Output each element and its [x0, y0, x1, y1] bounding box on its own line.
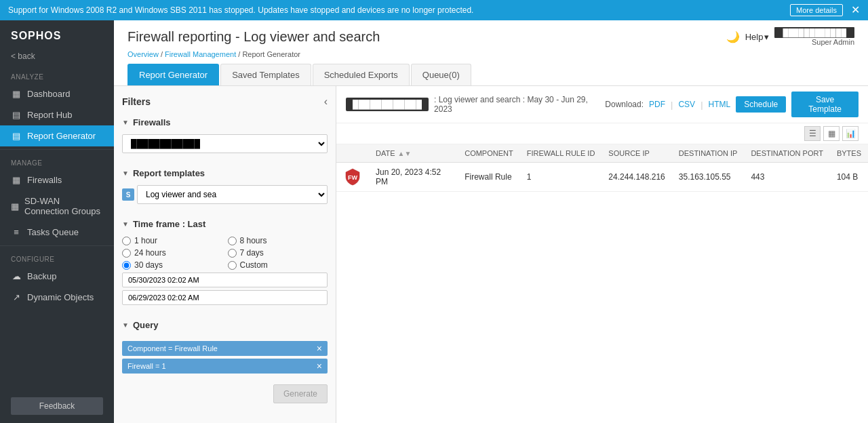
firewalls-section-header[interactable]: ▼ Firewalls — [114, 113, 336, 132]
view-chart-button[interactable]: 📊 — [842, 126, 859, 141]
sidebar-item-label: Tasks Queue — [27, 227, 79, 237]
time-7days-radio[interactable] — [228, 249, 237, 258]
time-1hour-label: 1 hour — [134, 236, 157, 245]
sidebar-item-label: Report Generator — [27, 131, 96, 141]
sidebar-back-button[interactable]: < back — [0, 49, 114, 66]
help-label: Help — [745, 32, 764, 42]
download-csv-link[interactable]: CSV — [678, 100, 695, 109]
time-7days-option[interactable]: 7 days — [228, 248, 328, 258]
sidebar-item-firewalls[interactable]: ▦ Firewalls — [0, 169, 114, 190]
query-tag-firewall-remove[interactable]: × — [317, 361, 322, 371]
col-destination-port: DESTINATION PORT — [744, 144, 830, 163]
time-8hours-option[interactable]: 8 hours — [228, 236, 328, 245]
results-subtitle: : Log viewer and search : May 30 - Jun 2… — [434, 95, 605, 114]
query-section-content: Component = Firewall Rule × Firewall = 1… — [114, 334, 336, 384]
breadcrumb: Overview / Firewall Management / Report … — [127, 50, 854, 64]
row-source-ip: 24.244.148.216 — [601, 163, 671, 192]
tab-scheduled-exports[interactable]: Scheduled Exports — [313, 64, 410, 85]
page-header: Firewall reporting - Log viewer and sear… — [114, 20, 868, 86]
query-tag-component: Component = Firewall Rule × — [122, 341, 328, 356]
col-bytes: BYTES — [830, 144, 868, 163]
time-30days-option[interactable]: 30 days — [122, 260, 222, 270]
report-templates-section-label: Report templates — [133, 168, 205, 178]
sidebar-item-backup[interactable]: ☁ Backup — [0, 266, 114, 287]
firewall-icon-wrapper: FW — [343, 167, 362, 186]
user-bar: ████████████ — [774, 27, 854, 38]
time-custom-radio[interactable] — [228, 261, 237, 270]
time-1hour-radio[interactable] — [122, 237, 131, 245]
more-details-button[interactable]: More details — [790, 4, 843, 16]
content-area: Firewall reporting - Log viewer and sear… — [114, 20, 868, 423]
sidebar-item-label: Dynamic Objects — [27, 292, 94, 302]
firewalls-icon: ▦ — [11, 175, 22, 185]
download-pdf-link[interactable]: PDF — [649, 100, 665, 109]
back-label: < back — [11, 52, 35, 61]
col-firewall-rule-id: FIREWALL RULE ID — [520, 144, 602, 163]
breadcrumb-overview[interactable]: Overview — [127, 50, 159, 58]
analyze-section-title: ANALYZE — [0, 66, 114, 83]
sidebar-item-report-hub[interactable]: ▤ Report Hub — [0, 104, 114, 125]
results-table-wrapper: DATE ▲▼ COMPONENT FIREWALL RULE ID SOURC… — [336, 144, 868, 423]
tasks-queue-icon: ≡ — [11, 227, 22, 237]
banner-text: Support for Windows 2008 R2 and Windows … — [8, 5, 473, 15]
super-admin-label: Super Admin — [812, 38, 854, 46]
results-panel: ████████████ : Log viewer and search : M… — [336, 86, 868, 423]
feedback-button[interactable]: Feedback — [11, 397, 103, 415]
start-date-input[interactable] — [122, 273, 328, 287]
banner-close-button[interactable]: ✕ — [851, 5, 860, 16]
report-templates-section-header[interactable]: ▼ Report templates — [114, 164, 336, 182]
firewalls-section: ▼ Firewalls ████████████ — [114, 113, 336, 159]
breadcrumb-management[interactable]: Firewall Management — [165, 50, 236, 58]
time-frame-section-header[interactable]: ▼ Time frame : Last — [114, 215, 336, 233]
sidebar-item-label: Report Hub — [27, 110, 72, 120]
query-section-header[interactable]: ▼ Query — [114, 316, 336, 334]
col-destination-ip: DESTINATION IP — [672, 144, 745, 163]
sidebar-item-dynamic-objects[interactable]: ↗ Dynamic Objects — [0, 287, 114, 308]
firewalls-section-content: ████████████ — [114, 132, 336, 159]
sidebar-divider-2 — [0, 245, 114, 246]
sidebar-item-tasks-queue[interactable]: ≡ Tasks Queue — [0, 222, 114, 243]
sidebar-item-report-generator[interactable]: ▤ Report Generator — [0, 125, 114, 146]
moon-icon-button[interactable]: 🌙 — [726, 31, 740, 43]
generate-button[interactable]: Generate — [273, 384, 328, 403]
row-firewall-rule-id: 1 — [520, 163, 602, 192]
time-1hour-option[interactable]: 1 hour — [122, 236, 222, 245]
template-select-wrapper: S Log viewer and sea — [122, 185, 328, 204]
report-templates-arrow-icon: ▼ — [122, 169, 129, 177]
results-right: Download: PDF | CSV | HTML Schedule Save… — [605, 92, 859, 117]
filters-title: Filters — [122, 96, 151, 107]
end-date-input[interactable] — [122, 290, 328, 305]
save-template-button[interactable]: Save Template — [791, 92, 859, 117]
template-select[interactable]: Log viewer and sea — [137, 185, 328, 204]
results-title-box: ████████████ — [346, 98, 429, 111]
view-list-button[interactable]: ☰ — [804, 126, 821, 141]
view-grid-button[interactable]: ▦ — [823, 126, 840, 141]
sidebar-item-dashboard[interactable]: ▦ Dashboard — [0, 83, 114, 104]
dynamic-objects-icon: ↗ — [11, 292, 22, 302]
time-frame-section-label: Time frame : Last — [133, 219, 205, 229]
time-30days-radio[interactable] — [122, 261, 131, 270]
sidebar-logo: SOPHOS — [0, 20, 114, 49]
time-24hours-radio[interactable] — [122, 249, 131, 258]
query-tag-component-remove[interactable]: × — [317, 344, 322, 353]
help-button[interactable]: Help ▾ — [745, 32, 770, 42]
time-custom-option[interactable]: Custom — [228, 260, 328, 270]
download-html-link[interactable]: HTML — [709, 100, 731, 109]
time-24hours-option[interactable]: 24 hours — [122, 248, 222, 258]
filter-collapse-button[interactable]: ‹ — [324, 96, 328, 108]
schedule-button[interactable]: Schedule — [736, 96, 786, 113]
sidebar-divider-1 — [0, 149, 114, 150]
time-8hours-radio[interactable] — [228, 237, 237, 245]
firewalls-arrow-icon: ▼ — [122, 119, 129, 126]
tab-report-generator[interactable]: Report Generator — [127, 64, 219, 85]
manage-section-title: MANAGE — [0, 153, 114, 169]
firewalls-select[interactable]: ████████████ — [122, 134, 328, 153]
date-sort-icon[interactable]: ▲▼ — [398, 150, 412, 157]
row-destination-port: 443 — [744, 163, 830, 192]
page-title: Firewall reporting - Log viewer and sear… — [127, 29, 380, 45]
tab-saved-templates[interactable]: Saved Templates — [220, 64, 311, 85]
sdwan-icon: ▦ — [11, 201, 19, 212]
tab-queue[interactable]: Queue(0) — [411, 64, 471, 85]
sidebar-item-sdwan[interactable]: ▦ SD-WAN Connection Groups — [0, 190, 114, 222]
help-chevron-icon: ▾ — [764, 32, 769, 42]
